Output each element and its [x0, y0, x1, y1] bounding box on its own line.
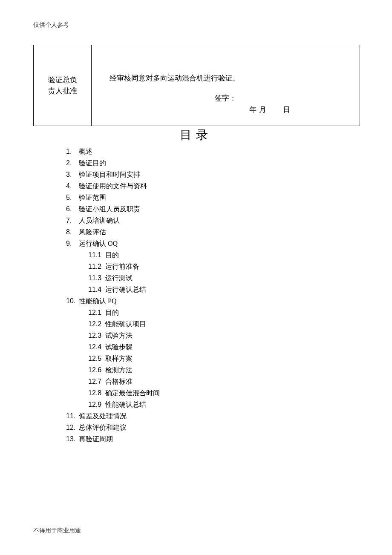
toc-item-number: 5.: [66, 192, 79, 203]
toc-subitem-number: 12.1: [88, 307, 105, 318]
toc-item-number: 7.: [66, 215, 79, 226]
toc-subitem-label: 确定最佳混合时间: [105, 387, 160, 399]
toc-subitem-number: 11.3: [88, 272, 105, 284]
header-note: 仅供个人参考: [33, 21, 69, 29]
toc-subitem: 12.7合格标准: [88, 376, 160, 387]
toc-item-number: 1.: [66, 146, 79, 157]
toc-subitem-label: 运行确认总结: [105, 284, 146, 295]
toc-subitem-label: 运行前准备: [105, 261, 139, 272]
approval-left-cell: 验证总负 责人批准: [34, 45, 92, 126]
toc-item: 6.验证小组人员及职责: [66, 203, 160, 215]
toc-item-label: 验证范围: [79, 192, 106, 203]
date-month: 月: [259, 106, 267, 114]
toc-subitem-number: 12.4: [88, 341, 105, 353]
toc-subitem: 11.2运行前准备: [88, 261, 160, 272]
toc-subitem-number: 12.3: [88, 330, 105, 341]
toc-item: 8.风险评估: [66, 226, 160, 238]
toc-subitem: 11.3运行测试: [88, 272, 160, 284]
toc-item-label: 再验证周期: [79, 433, 113, 445]
toc-subitem-label: 取样方案: [105, 353, 133, 364]
toc-item-number: 13.: [66, 433, 79, 445]
toc-item-number: 8.: [66, 226, 79, 238]
toc-subitem: 12.3试验方法: [88, 330, 160, 341]
toc-subitem-number: 12.6: [88, 364, 105, 376]
toc-subitem: 12.5取样方案: [88, 353, 160, 364]
toc-item-label: 人员培训确认: [79, 215, 120, 226]
toc-item: 5.验证范围: [66, 192, 160, 203]
toc-subitem-number: 11.4: [88, 284, 105, 295]
toc-item: 2.验证目的: [66, 157, 160, 169]
approval-table: 验证总负 责人批准 经审核同意对多向运动混合机进行验证。 签字： 年 月日: [33, 45, 360, 126]
toc-item-number: 3.: [66, 169, 79, 180]
signature-label: 签字：: [92, 93, 360, 103]
toc-subitem-label: 目的: [105, 249, 119, 261]
toc-list: 1.概述2.验证目的3.验证项目和时间安排4.验证使用的文件与资料5.验证范围6…: [66, 146, 160, 445]
footer-note: 不得用于商业用途: [33, 527, 81, 535]
toc-item: 10.性能确认 PQ: [66, 295, 160, 307]
toc-item: 12.总体评价和建议: [66, 422, 160, 433]
toc-item: 13.再验证周期: [66, 433, 160, 445]
approval-right-cell: 经审核同意对多向运动混合机进行验证。 签字： 年 月日: [92, 45, 360, 126]
toc-item-label: 偏差及处理情况: [79, 410, 127, 422]
toc-item-number: 11.: [66, 410, 79, 422]
toc-subitem: 12.9性能确认总结: [88, 399, 160, 410]
toc-subitem-label: 检测方法: [105, 364, 133, 376]
toc-subitem-number: 12.5: [88, 353, 105, 364]
toc-subitem-label: 试验方法: [105, 330, 133, 341]
toc-subitem-label: 性能确认项目: [105, 318, 146, 330]
toc-item: 11.偏差及处理情况: [66, 410, 160, 422]
toc-item-label: 概述: [79, 146, 92, 157]
toc-item-label: 运行确认 OQ: [79, 238, 118, 249]
toc-item-label: 风险评估: [79, 226, 106, 238]
toc-item-label: 验证使用的文件与资料: [79, 180, 147, 192]
toc-item: 1.概述: [66, 146, 160, 157]
toc-subitem: 12.4试验步骤: [88, 341, 160, 353]
toc-subitem-number: 11.1: [88, 249, 105, 261]
toc-item: 4.验证使用的文件与资料: [66, 180, 160, 192]
toc-subitem-number: 12.2: [88, 318, 105, 330]
toc-subitem-number: 12.9: [88, 399, 105, 410]
toc-item-number: 12.: [66, 422, 79, 433]
toc-subitem: 11.1目的: [88, 249, 160, 261]
approval-left-line1: 验证总负: [34, 75, 91, 86]
toc-item-number: 9.: [66, 238, 79, 249]
toc-item-label: 验证目的: [79, 157, 106, 169]
toc-subitem-number: 12.7: [88, 376, 105, 387]
toc-item: 7.人员培训确认: [66, 215, 160, 226]
toc-subitem: 12.1目的: [88, 307, 160, 318]
toc-title: 目录: [0, 127, 392, 143]
toc-subitem-number: 12.8: [88, 387, 105, 399]
toc-item-number: 2.: [66, 157, 79, 169]
date-line: 年 月日: [249, 105, 291, 115]
toc-subitem-label: 运行测试: [105, 272, 133, 284]
date-year: 年: [249, 106, 257, 114]
toc-subitem: 11.4运行确认总结: [88, 284, 160, 295]
toc-item: 3.验证项目和时间安排: [66, 169, 160, 180]
toc-item-label: 总体评价和建议: [79, 422, 127, 433]
toc-item-label: 验证项目和时间安排: [79, 169, 140, 180]
toc-item-number: 10.: [66, 295, 79, 307]
approval-left-line2: 责人批准: [34, 86, 91, 97]
toc-item-label: 验证小组人员及职责: [79, 203, 140, 215]
toc-item-number: 6.: [66, 203, 79, 215]
toc-subitem-label: 性能确认总结: [105, 399, 146, 410]
toc-subitem-label: 合格标准: [105, 376, 133, 387]
toc-subitem: 12.8确定最佳混合时间: [88, 387, 160, 399]
toc-subitem-label: 目的: [105, 307, 119, 318]
toc-subitem: 12.6检测方法: [88, 364, 160, 376]
approval-statement: 经审核同意对多向运动混合机进行验证。: [92, 68, 360, 83]
toc-item: 9.运行确认 OQ: [66, 238, 160, 249]
toc-item-number: 4.: [66, 180, 79, 192]
toc-subitem-label: 试验步骤: [105, 341, 133, 353]
date-day: 日: [283, 106, 291, 114]
toc-subitem: 12.2性能确认项目: [88, 318, 160, 330]
toc-subitem-number: 11.2: [88, 261, 105, 272]
toc-item-label: 性能确认 PQ: [79, 295, 116, 307]
